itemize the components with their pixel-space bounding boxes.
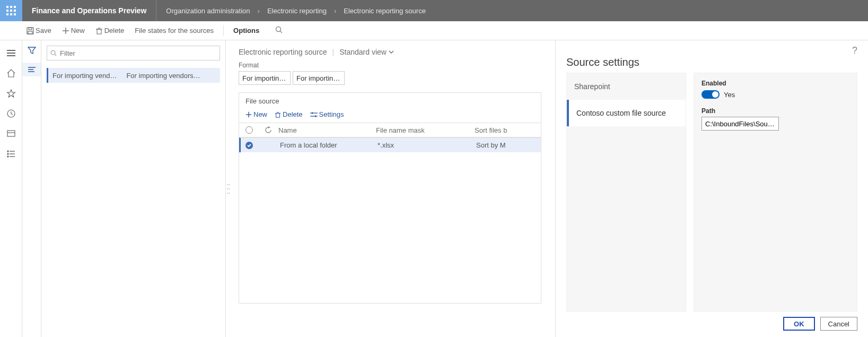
top-bar: Finance and Operations Preview Organizat… xyxy=(0,0,868,21)
waffle-button[interactable] xyxy=(0,0,22,21)
column-sort-header[interactable]: Sort files b xyxy=(475,126,541,134)
list-item[interactable]: For importing vend… For importing vendor… xyxy=(47,68,220,83)
main-content: Electronic reporting source | Standard v… xyxy=(231,40,555,337)
grid-header: Name File name mask Sort files b xyxy=(239,123,541,137)
svg-rect-41 xyxy=(276,113,280,117)
select-all-header[interactable] xyxy=(239,126,260,134)
workspace-icon xyxy=(6,129,16,139)
breadcrumb-item[interactable]: Electronic reporting xyxy=(267,7,327,15)
new-label: New xyxy=(71,27,85,34)
svg-point-33 xyxy=(227,184,229,185)
help-button[interactable]: ? xyxy=(852,45,857,56)
save-label: Save xyxy=(36,27,51,34)
app-title: Finance and Operations Preview xyxy=(22,0,156,21)
nav-modules-button[interactable] xyxy=(6,149,16,159)
svg-line-18 xyxy=(280,31,283,33)
chevron-right-icon: › xyxy=(258,7,260,15)
new-button[interactable]: New xyxy=(58,21,89,40)
clock-icon xyxy=(6,109,16,118)
format-field-1[interactable]: For importin… xyxy=(239,71,291,85)
row-selected-icon xyxy=(246,142,253,149)
chevron-right-icon: › xyxy=(334,7,336,15)
page-header: Electronic reporting source | Standard v… xyxy=(239,48,541,56)
left-rail xyxy=(0,40,22,337)
svg-point-26 xyxy=(7,156,8,157)
svg-rect-8 xyxy=(14,13,16,15)
svg-rect-14 xyxy=(97,29,101,34)
lines-icon xyxy=(28,67,36,72)
file-states-button[interactable]: File states for the sources xyxy=(130,21,218,40)
nav-favorites-button[interactable] xyxy=(6,88,16,99)
commandbar-search-button[interactable] xyxy=(271,21,287,40)
table-row[interactable]: From a local folder *.xlsx Sort by M xyxy=(239,137,541,152)
radio-icon xyxy=(246,126,253,134)
svg-rect-1 xyxy=(10,6,12,8)
format-section: Format For importin… For importin… xyxy=(239,62,541,85)
list-toolbar xyxy=(22,40,41,337)
svg-rect-20 xyxy=(7,131,15,136)
row-mask: *.xlsx xyxy=(378,141,476,149)
list-toggle-button[interactable] xyxy=(22,63,41,76)
filter-toggle-button[interactable] xyxy=(27,46,37,55)
settings-icon xyxy=(310,111,318,118)
card-title: File source xyxy=(239,93,541,109)
breadcrumb-item[interactable]: Electronic reporting source xyxy=(344,7,426,15)
nav-home-button[interactable] xyxy=(6,68,16,79)
list-pane: For importing vend… For importing vendor… xyxy=(41,40,226,337)
card-new-button[interactable]: New xyxy=(246,110,267,118)
svg-point-22 xyxy=(7,151,8,152)
ok-button[interactable]: OK xyxy=(783,317,815,331)
svg-point-38 xyxy=(229,193,230,194)
search-icon xyxy=(50,50,57,56)
trash-icon xyxy=(275,111,281,118)
tab-custom-source[interactable]: Contoso custom file source xyxy=(567,100,686,126)
enabled-toggle[interactable] xyxy=(702,90,720,99)
file-states-label: File states for the sources xyxy=(135,27,214,34)
card-settings-button[interactable]: Settings xyxy=(310,110,344,118)
svg-rect-5 xyxy=(14,10,16,12)
save-button[interactable]: Save xyxy=(22,21,56,40)
enabled-label: Enabled xyxy=(702,80,849,87)
splitter-handle[interactable] xyxy=(226,40,231,337)
path-input[interactable] xyxy=(702,117,779,131)
svg-rect-2 xyxy=(14,6,16,8)
refresh-header[interactable] xyxy=(260,126,276,134)
svg-point-37 xyxy=(227,193,229,194)
funnel-icon xyxy=(28,46,36,55)
column-mask-header[interactable]: File name mask xyxy=(376,126,475,134)
page-title: Electronic reporting source xyxy=(239,48,327,56)
tab-sharepoint[interactable]: Sharepoint xyxy=(567,73,686,100)
panel-tabs: Sharepoint Contoso custom file source xyxy=(566,73,686,312)
command-bar: Save New Delete File states for the sour… xyxy=(0,21,868,40)
divider xyxy=(223,25,224,36)
view-dropdown[interactable]: Standard view xyxy=(339,48,394,56)
path-label: Path xyxy=(702,107,849,115)
list-icon xyxy=(6,149,16,159)
svg-point-36 xyxy=(229,188,230,189)
svg-rect-3 xyxy=(6,10,8,12)
nav-hamburger-button[interactable] xyxy=(6,48,16,58)
delete-button[interactable]: Delete xyxy=(91,21,129,40)
svg-point-34 xyxy=(229,184,230,185)
filter-box[interactable] xyxy=(47,46,220,61)
filter-input[interactable] xyxy=(59,49,216,58)
divider: | xyxy=(332,48,335,56)
enabled-value: Yes xyxy=(724,91,735,99)
svg-point-31 xyxy=(51,50,55,55)
card-delete-button[interactable]: Delete xyxy=(275,110,303,118)
options-button[interactable]: Options xyxy=(229,21,264,40)
column-name-header[interactable]: Name xyxy=(276,126,376,134)
row-name: From a local folder xyxy=(278,141,378,149)
home-icon xyxy=(6,68,16,78)
nav-workspaces-button[interactable] xyxy=(6,128,16,139)
cancel-button[interactable]: Cancel xyxy=(820,317,857,331)
format-field-2[interactable]: For importin… xyxy=(293,71,345,85)
breadcrumb-item[interactable]: Organization administration xyxy=(166,7,250,15)
grip-icon xyxy=(227,183,230,195)
svg-rect-11 xyxy=(28,31,32,34)
row-sort: Sort by M xyxy=(476,141,541,149)
nav-recent-button[interactable] xyxy=(6,108,16,119)
svg-point-24 xyxy=(7,153,8,154)
source-settings-panel: ? Source settings Sharepoint Contoso cus… xyxy=(555,40,868,337)
format-label: Format xyxy=(239,62,541,69)
